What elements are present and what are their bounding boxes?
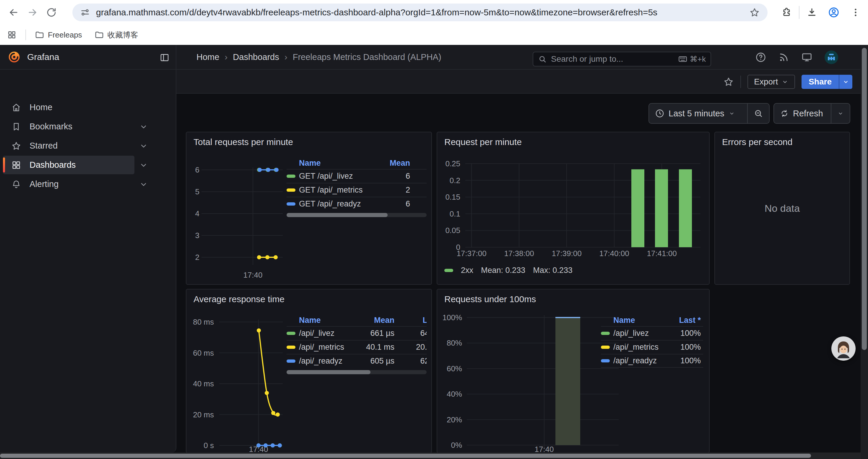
bookmark-star-icon[interactable] xyxy=(749,7,760,18)
folder-icon xyxy=(35,30,44,40)
downloads-icon[interactable] xyxy=(802,3,821,22)
series-color-pill xyxy=(286,346,296,349)
address-bar[interactable] xyxy=(72,4,768,21)
monitor-icon[interactable] xyxy=(801,52,812,63)
sidebar-item-label: Bookmarks xyxy=(30,122,72,131)
panel-title[interactable]: Request per minute xyxy=(444,137,522,147)
grafana-brand-label: Grafana xyxy=(27,52,59,62)
back-icon[interactable] xyxy=(4,3,23,22)
export-button[interactable]: Export xyxy=(747,75,795,89)
refresh-button[interactable]: Refresh xyxy=(774,104,831,123)
chevron-down-icon[interactable] xyxy=(140,123,148,131)
horizontal-scrollbar-thumb[interactable] xyxy=(0,454,811,458)
legend-header-name[interactable]: Name xyxy=(299,316,356,325)
panel-title[interactable]: Average response time xyxy=(193,294,284,304)
svg-text:17:40: 17:40 xyxy=(534,445,554,453)
sidebar-item-dashboards[interactable]: Dashboards xyxy=(3,156,134,174)
legend-scrollbar[interactable] xyxy=(286,213,427,217)
series-name[interactable]: /api/_livez xyxy=(613,329,671,338)
grafana-brand: Grafana xyxy=(0,45,176,69)
assistant-avatar-widget[interactable] xyxy=(831,336,856,361)
help-icon[interactable] xyxy=(755,52,766,63)
chevron-down-icon[interactable] xyxy=(140,180,148,189)
series-name[interactable]: GET /api/_metrics xyxy=(299,186,372,195)
panel-title[interactable]: Errors per second xyxy=(722,137,793,147)
browser-toolbar xyxy=(0,0,868,25)
share-button[interactable]: Share xyxy=(802,75,852,89)
chrome-menu-icon[interactable] xyxy=(846,3,865,22)
folder-icon xyxy=(95,30,104,40)
reload-icon[interactable] xyxy=(42,3,61,22)
series-max: Max: 0.233 xyxy=(533,266,572,275)
vertical-scrollbar[interactable] xyxy=(861,45,868,459)
panel-title[interactable]: Total requests per minute xyxy=(193,137,293,147)
series-mean: 2 xyxy=(372,186,427,195)
series-name[interactable]: /api/_metrics xyxy=(613,342,671,352)
chevron-down-icon[interactable] xyxy=(140,161,148,169)
screen: Freeleaps 收藏博客 Grafana xyxy=(0,0,868,459)
series-name[interactable]: GET /api/_livez xyxy=(299,172,372,181)
series-last: 100% xyxy=(671,329,703,338)
legend-header-mean[interactable]: Mean xyxy=(356,316,395,325)
sidebar-item-alerting[interactable]: Alerting xyxy=(3,175,134,193)
collapse-menu-icon[interactable] xyxy=(159,53,169,63)
user-avatar[interactable] xyxy=(824,50,838,64)
search-input[interactable] xyxy=(550,54,678,64)
legend-scrollbar[interactable] xyxy=(286,370,427,374)
apps-grid-icon[interactable] xyxy=(2,25,21,44)
legend-header-mean[interactable]: Mean xyxy=(372,159,427,168)
time-range-picker[interactable]: Last 5 minutes xyxy=(649,103,770,124)
chevron-down-icon[interactable] xyxy=(140,142,148,150)
series-name[interactable]: /api/_readyz xyxy=(613,356,671,365)
svg-text:0%: 0% xyxy=(451,441,462,450)
time-range-label: Last 5 minutes xyxy=(669,109,724,119)
grafana-logo[interactable] xyxy=(8,51,21,64)
refresh-interval-chevron[interactable] xyxy=(831,104,850,123)
breadcrumb-home[interactable]: Home xyxy=(196,52,219,62)
breadcrumb-separator: › xyxy=(284,52,287,62)
refresh-picker[interactable]: Refresh xyxy=(773,103,850,124)
share-menu-chevron[interactable] xyxy=(839,75,852,89)
breadcrumb-separator: › xyxy=(224,52,227,62)
sidebar-item-home[interactable]: Home xyxy=(3,98,134,117)
sidebar-item-label: Dashboards xyxy=(30,160,75,170)
girl-avatar xyxy=(831,336,856,361)
extensions-icon[interactable] xyxy=(777,3,796,22)
series-name[interactable]: /api/_readyz xyxy=(299,357,356,366)
series-name[interactable]: /api/_livez xyxy=(299,329,356,338)
sidebar-item-bookmarks[interactable]: Bookmarks xyxy=(3,117,134,136)
zoom-out-button[interactable] xyxy=(748,104,769,123)
sidebar-item-starred[interactable]: Starred xyxy=(3,136,134,155)
panel-title[interactable]: Requests under 100ms xyxy=(444,294,536,304)
legend-row: /api/_readyz 605 µs 620 µs xyxy=(286,354,427,368)
series-name[interactable]: GET /api/_readyz xyxy=(299,199,372,208)
svg-text:100%: 100% xyxy=(442,313,462,322)
sidebar-item-label: Starred xyxy=(30,141,58,151)
breadcrumb-dashboards[interactable]: Dashboards xyxy=(233,52,279,62)
legend-row: /api/_readyz 100% xyxy=(601,354,703,368)
url-input[interactable] xyxy=(95,7,749,18)
svg-text:0.15: 0.15 xyxy=(445,193,460,201)
site-settings-icon[interactable] xyxy=(80,7,90,18)
active-accent-bar xyxy=(3,157,5,172)
legend-header-last[interactable]: Last * xyxy=(671,316,703,325)
series-color-pill xyxy=(601,346,610,349)
forward-icon[interactable] xyxy=(23,3,42,22)
bookmark-folder-blogs[interactable]: 收藏博客 xyxy=(90,28,143,42)
news-rss-icon[interactable] xyxy=(778,52,789,63)
horizontal-scrollbar[interactable] xyxy=(0,453,861,459)
legend-header-name[interactable]: Name xyxy=(613,316,671,325)
favorite-star-icon[interactable] xyxy=(723,76,734,87)
search-box[interactable]: ⌘+k xyxy=(533,52,711,66)
vertical-scrollbar-thumb[interactable] xyxy=(862,48,867,350)
series-mean: 605 µs xyxy=(356,357,395,366)
bookmark-folder-freeleaps[interactable]: Freeleaps xyxy=(30,28,87,42)
legend-row: /api/_livez 661 µs 646 µs xyxy=(286,326,427,340)
legend-header-name[interactable]: Name xyxy=(299,159,372,168)
profile-icon[interactable] xyxy=(824,3,843,22)
bookmark-folder-label: 收藏博客 xyxy=(107,30,138,40)
series-name[interactable]: 2xx xyxy=(461,266,473,275)
breadcrumb-current: Freeleaps Metrics Dashboard (ALPHA) xyxy=(293,52,441,62)
series-name[interactable]: /api/_metrics xyxy=(299,342,356,352)
legend-header-last[interactable]: Last * xyxy=(395,316,427,325)
